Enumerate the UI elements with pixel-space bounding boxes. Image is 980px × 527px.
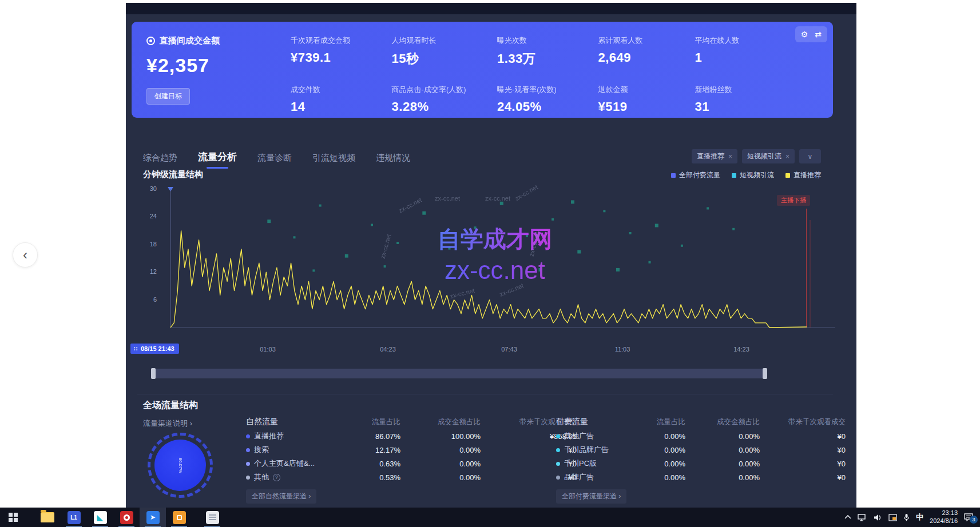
legend-paid-traffic[interactable]: 全部付费流量 (671, 170, 720, 180)
ime-indicator[interactable]: 中 (916, 512, 923, 522)
remove-tag-icon[interactable]: × (728, 153, 732, 161)
clock[interactable]: 23:13 2024/8/16 (930, 509, 958, 525)
notification-badge: 3 (970, 516, 978, 524)
tab-short-video[interactable]: 引流短视频 (312, 153, 355, 169)
all-natural-channels-link[interactable]: 全部自然流量渠道 › (246, 489, 316, 504)
series-dot (556, 476, 560, 480)
microphone-icon[interactable] (903, 513, 910, 521)
traffic-line-chart[interactable] (149, 185, 838, 342)
filter-tag-short-video[interactable]: 短视频引流 × (742, 149, 795, 163)
x-axis-tick: 04:23 (380, 346, 396, 353)
clock-time: 23:13 (930, 509, 958, 517)
short-video-scatter-dot (312, 269, 315, 272)
swap-view-icon[interactable]: ⇄ (815, 30, 822, 39)
help-icon[interactable]: ? (273, 474, 280, 481)
windows-taskbar: L1 ◣ ➤ 中 23:13 2024/8/16 3 (0, 508, 980, 527)
donut-label: 86.07% (178, 457, 183, 473)
short-video-scatter-dot (461, 272, 463, 274)
time-range-slider[interactable] (152, 369, 767, 378)
short-video-scatter-dot (577, 250, 581, 254)
short-video-scatter-dot (526, 235, 528, 237)
analytics-app-window: 直播间成交金额 ¥2,357 创建目标 千次观看成交金额¥739.1 人均观看时… (126, 3, 856, 508)
filter-tag-live-recommend[interactable]: 直播推荐 × (692, 149, 737, 163)
tab-traffic-analysis[interactable]: 流量分析 (198, 150, 237, 169)
folder-icon (41, 512, 54, 522)
table-row[interactable]: 品牌广告 0.00% 0.00% ¥0 (556, 470, 846, 484)
arrow-right-icon: › (308, 492, 311, 500)
slider-handle-left[interactable] (151, 368, 156, 379)
all-paid-channels-link[interactable]: 全部付费流量渠道 › (556, 489, 626, 504)
volume-icon[interactable] (874, 514, 882, 521)
create-goal-button[interactable]: 创建目标 (146, 88, 190, 105)
tab-traffic-diagnosis[interactable]: 流量诊断 (257, 153, 292, 169)
short-video-scatter-dot (345, 254, 348, 258)
short-video-scatter-dot (539, 268, 542, 272)
table-row[interactable]: 直播推荐 86.07% 100.00% ¥858.65 (246, 429, 577, 443)
series-dot (246, 476, 250, 480)
channel-help-link[interactable]: 流量渠道说明 › (143, 418, 192, 429)
legend-swatch (732, 173, 736, 178)
x-axis-tick: 01:03 (260, 346, 276, 353)
short-video-scatter-dot (267, 219, 271, 223)
app-icon: ◣ (94, 511, 107, 524)
legend-swatch (785, 173, 790, 178)
tab-overall-trend[interactable]: 综合趋势 (143, 153, 177, 169)
taskbar-file-explorer[interactable] (34, 508, 61, 527)
taskbar-app-red[interactable] (113, 508, 140, 527)
chevron-down-icon: ∨ (808, 153, 813, 161)
drag-handle-icon: ∷ (134, 346, 138, 352)
notification-center-icon[interactable]: 3 (964, 513, 975, 521)
taskbar-app-orange[interactable] (166, 508, 192, 527)
taskbar-app-notepad[interactable] (199, 508, 225, 527)
short-video-scatter-dot (474, 226, 477, 229)
remove-tag-icon[interactable]: × (785, 153, 789, 161)
table-row[interactable]: 千川品牌广告 0.00% 0.00% ¥0 (556, 443, 846, 457)
settings-gear-icon[interactable]: ⚙ (801, 30, 808, 39)
series-dot (556, 462, 560, 466)
kpi-item: 曝光次数1.33万 (497, 35, 598, 67)
channel-filter: 直播推荐 × 短视频引流 × ∨ (692, 149, 821, 163)
section-divider (137, 394, 833, 394)
taskbar-app-l1[interactable]: L1 (61, 508, 87, 527)
app-icon: L1 (68, 511, 81, 524)
table-row[interactable]: 搜索 12.17% 0.00% ¥0 (246, 443, 577, 457)
app-icon (173, 511, 186, 524)
app-icon (120, 511, 133, 524)
start-button[interactable] (0, 508, 26, 527)
snip-tool-icon[interactable] (888, 514, 897, 521)
back-button[interactable]: ‹ (13, 242, 38, 268)
short-video-scatter-dot (371, 224, 373, 226)
time-cursor-badge[interactable]: ∷ 08/15 21:43 (130, 344, 179, 354)
live-recommend-series (170, 231, 807, 328)
primary-metric: 直播间成交金额 ¥2,357 创建目标 (146, 35, 220, 105)
short-video-scatter-dot (552, 218, 554, 221)
series-dot (246, 434, 250, 438)
legend-live-recommend[interactable]: 直播推荐 (785, 170, 821, 180)
short-video-scatter-dot (293, 236, 296, 238)
short-video-scatter-dot (396, 242, 399, 244)
taskbar-app-browser[interactable]: ➤ (140, 508, 166, 527)
filter-dropdown[interactable]: ∨ (799, 149, 821, 163)
table-row[interactable]: 个人主页&店铺&... 0.63% 0.00% ¥0 (246, 457, 577, 470)
chart-legend: 全部付费流量 短视频引流 直播推荐 (671, 170, 821, 180)
short-video-scatter-dot (571, 200, 574, 203)
kpi-item: 商品点击-成交率(人数)3.28% (392, 85, 497, 114)
table-row[interactable]: 千川PC版 0.00% 0.00% ¥0 (556, 457, 846, 470)
paid-traffic-table: 付费流量 流量占比 成交金额占比 带来千次观看成交 其他广告 0.00% 0.0… (556, 414, 846, 504)
table-row[interactable]: 其他广告 0.00% 0.00% ¥0 (556, 429, 846, 443)
kpi-item: 曝光-观看率(次数)24.05% (497, 85, 598, 114)
window-top-strip (126, 3, 856, 14)
network-icon[interactable] (858, 514, 867, 521)
stream-end-marker: 主播下播 (777, 195, 810, 206)
tray-chevron-up-icon[interactable] (844, 515, 851, 520)
taskbar-app-teal[interactable]: ◣ (87, 508, 113, 527)
notepad-icon (206, 511, 219, 524)
short-video-scatter-dot (732, 228, 735, 230)
y-axis-tick: 18 (134, 241, 157, 247)
tab-violations[interactable]: 违规情况 (376, 153, 410, 169)
arrow-right-icon: › (618, 492, 621, 500)
table-row[interactable]: 其他? 0.53% 0.00% ¥0 (246, 470, 577, 484)
primary-metric-value: ¥2,357 (146, 54, 220, 77)
legend-short-video[interactable]: 短视频引流 (732, 170, 774, 180)
slider-handle-right[interactable] (763, 368, 767, 379)
